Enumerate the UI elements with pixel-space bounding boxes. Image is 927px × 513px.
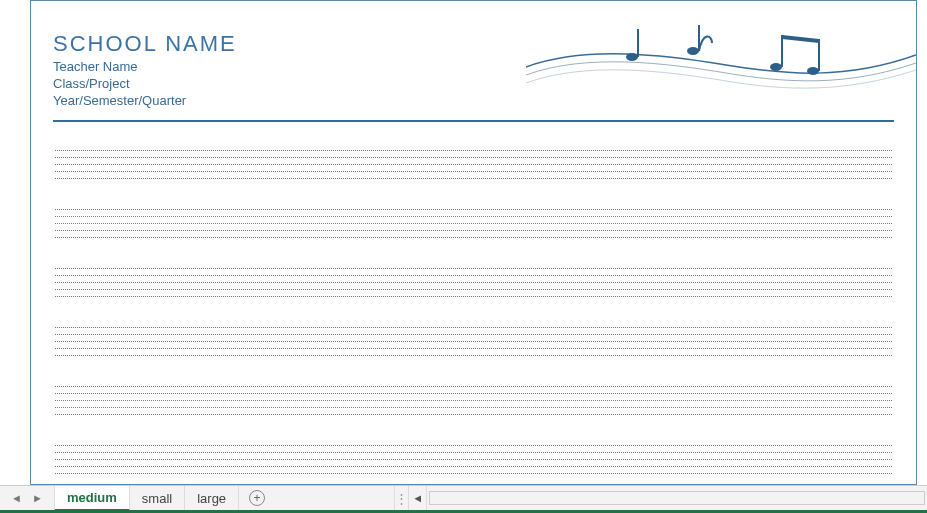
staff-line <box>55 290 892 297</box>
staff-line <box>55 380 892 387</box>
teacher-name: Teacher Name <box>53 59 894 74</box>
class-project: Class/Project <box>53 76 894 91</box>
staff-line <box>55 262 892 269</box>
staff-group <box>55 203 892 238</box>
staff-line <box>55 172 892 179</box>
staff-line <box>55 321 892 328</box>
staff-line <box>55 349 892 356</box>
drag-handle-icon[interactable]: ⋮ <box>395 486 409 510</box>
school-name: SCHOOL NAME <box>53 31 894 57</box>
tab-nav-arrows[interactable]: ◄ ► <box>0 486 55 510</box>
staff-line <box>55 387 892 394</box>
staff-line <box>55 151 892 158</box>
staff-group <box>55 262 892 297</box>
staff-line <box>55 269 892 276</box>
staff-group <box>55 321 892 356</box>
staff-line <box>55 460 892 467</box>
sheet-tab-bar: ◄ ► mediumsmalllarge + ⋮ ◄ <box>0 485 927 510</box>
staff-line <box>55 203 892 210</box>
hscroll-track[interactable] <box>429 491 925 505</box>
year-semester-quarter: Year/Semester/Quarter <box>53 93 894 108</box>
staff-line <box>55 342 892 349</box>
staff-line <box>55 144 892 151</box>
staff-line <box>55 224 892 231</box>
staff-line <box>55 408 892 415</box>
tab-spacer <box>275 486 395 510</box>
tabs-container: mediumsmalllarge <box>55 486 239 510</box>
chevron-left-icon: ◄ <box>11 492 22 504</box>
staff-line <box>55 467 892 474</box>
chevron-right-icon: ► <box>32 492 43 504</box>
staff-line <box>55 401 892 408</box>
music-staff-area <box>53 144 894 513</box>
staff-group <box>55 144 892 179</box>
sheet-tab-small[interactable]: small <box>130 486 185 510</box>
staff-group <box>55 380 892 415</box>
staff-line <box>55 165 892 172</box>
staff-line <box>55 328 892 335</box>
staff-line <box>55 453 892 460</box>
staff-line <box>55 217 892 224</box>
staff-line <box>55 276 892 283</box>
worksheet-page: SCHOOL NAME Teacher Name Class/Project Y… <box>30 0 917 485</box>
staff-group <box>55 439 892 474</box>
sheet-tab-large[interactable]: large <box>185 486 239 510</box>
staff-line <box>55 210 892 217</box>
staff-line <box>55 446 892 453</box>
staff-line <box>55 335 892 342</box>
staff-line <box>55 158 892 165</box>
staff-line <box>55 231 892 238</box>
staff-line <box>55 394 892 401</box>
header-divider <box>53 120 894 122</box>
horizontal-scrollbar[interactable] <box>427 486 927 510</box>
plus-icon: + <box>249 490 265 506</box>
staff-line <box>55 283 892 290</box>
new-sheet-button[interactable]: + <box>239 486 275 510</box>
staff-line <box>55 439 892 446</box>
sheet-tab-medium[interactable]: medium <box>55 486 130 511</box>
hscroll-left-button[interactable]: ◄ <box>409 486 427 510</box>
